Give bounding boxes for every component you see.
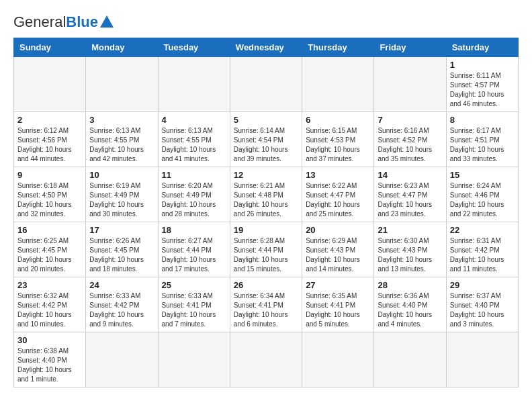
calendar-table: SundayMondayTuesdayWednesdayThursdayFrid…	[13, 38, 519, 387]
day-number: 2	[17, 115, 82, 125]
calendar-cell: 4Sunrise: 6:13 AM Sunset: 4:55 PM Daylig…	[158, 112, 230, 167]
calendar-cell	[302, 332, 374, 387]
calendar-cell	[374, 57, 446, 112]
calendar-row-4: 23Sunrise: 6:32 AM Sunset: 4:42 PM Dayli…	[14, 277, 519, 332]
calendar-row-5: 30Sunrise: 6:38 AM Sunset: 4:40 PM Dayli…	[14, 332, 519, 387]
day-info: Sunrise: 6:12 AM Sunset: 4:56 PM Dayligh…	[17, 126, 82, 164]
calendar-cell: 2Sunrise: 6:12 AM Sunset: 4:56 PM Daylig…	[14, 112, 86, 167]
day-number: 25	[162, 280, 226, 290]
calendar-cell	[302, 57, 374, 112]
calendar-cell	[14, 57, 86, 112]
calendar-cell: 22Sunrise: 6:31 AM Sunset: 4:42 PM Dayli…	[446, 222, 518, 277]
day-info: Sunrise: 6:25 AM Sunset: 4:45 PM Dayligh…	[17, 236, 82, 274]
calendar-cell: 15Sunrise: 6:24 AM Sunset: 4:46 PM Dayli…	[446, 167, 518, 222]
weekday-header-saturday: Saturday	[446, 38, 518, 57]
logo: General Blue	[13, 13, 114, 31]
day-number: 10	[89, 170, 154, 180]
day-number: 11	[162, 170, 226, 180]
day-info: Sunrise: 6:35 AM Sunset: 4:41 PM Dayligh…	[306, 291, 370, 329]
day-number: 27	[306, 280, 370, 290]
day-number: 3	[89, 115, 154, 125]
calendar-cell: 7Sunrise: 6:16 AM Sunset: 4:52 PM Daylig…	[374, 112, 446, 167]
calendar-cell: 27Sunrise: 6:35 AM Sunset: 4:41 PM Dayli…	[302, 277, 374, 332]
day-info: Sunrise: 6:19 AM Sunset: 4:49 PM Dayligh…	[89, 181, 154, 219]
day-number: 14	[378, 170, 442, 180]
day-info: Sunrise: 6:28 AM Sunset: 4:44 PM Dayligh…	[234, 236, 298, 274]
calendar-cell	[86, 332, 158, 387]
page-header: General Blue	[13, 13, 519, 31]
day-info: Sunrise: 6:24 AM Sunset: 4:46 PM Dayligh…	[450, 181, 515, 219]
day-number: 21	[378, 225, 442, 235]
day-info: Sunrise: 6:11 AM Sunset: 4:57 PM Dayligh…	[450, 71, 515, 109]
day-number: 1	[450, 60, 515, 70]
day-number: 16	[17, 225, 82, 235]
day-number: 13	[306, 170, 370, 180]
day-info: Sunrise: 6:18 AM Sunset: 4:50 PM Dayligh…	[17, 181, 82, 219]
day-info: Sunrise: 6:38 AM Sunset: 4:40 PM Dayligh…	[17, 347, 82, 384]
day-info: Sunrise: 6:29 AM Sunset: 4:43 PM Dayligh…	[306, 236, 370, 274]
calendar-cell: 24Sunrise: 6:33 AM Sunset: 4:42 PM Dayli…	[86, 277, 158, 332]
day-info: Sunrise: 6:22 AM Sunset: 4:47 PM Dayligh…	[306, 181, 370, 219]
day-number: 23	[17, 280, 82, 290]
day-number: 22	[450, 225, 515, 235]
day-info: Sunrise: 6:27 AM Sunset: 4:44 PM Dayligh…	[162, 236, 226, 274]
calendar-cell	[158, 57, 230, 112]
calendar-cell: 16Sunrise: 6:25 AM Sunset: 4:45 PM Dayli…	[14, 222, 86, 277]
calendar-cell: 9Sunrise: 6:18 AM Sunset: 4:50 PM Daylig…	[14, 167, 86, 222]
calendar-cell: 1Sunrise: 6:11 AM Sunset: 4:57 PM Daylig…	[446, 57, 518, 112]
calendar-cell: 8Sunrise: 6:17 AM Sunset: 4:51 PM Daylig…	[446, 112, 518, 167]
logo-blue-text: Blue	[66, 13, 98, 31]
day-number: 8	[450, 115, 515, 125]
day-info: Sunrise: 6:23 AM Sunset: 4:47 PM Dayligh…	[378, 181, 442, 219]
day-number: 12	[234, 170, 298, 180]
day-number: 20	[306, 225, 370, 235]
day-number: 26	[234, 280, 298, 290]
weekday-header-sunday: Sunday	[14, 38, 86, 57]
day-info: Sunrise: 6:33 AM Sunset: 4:42 PM Dayligh…	[89, 291, 154, 329]
weekday-header-tuesday: Tuesday	[158, 38, 230, 57]
weekday-header-wednesday: Wednesday	[230, 38, 302, 57]
day-info: Sunrise: 6:31 AM Sunset: 4:42 PM Dayligh…	[450, 236, 515, 274]
calendar-cell	[446, 332, 518, 387]
day-number: 5	[234, 115, 298, 125]
day-number: 24	[89, 280, 154, 290]
calendar-row-0: 1Sunrise: 6:11 AM Sunset: 4:57 PM Daylig…	[14, 57, 519, 112]
day-info: Sunrise: 6:30 AM Sunset: 4:43 PM Dayligh…	[378, 236, 442, 274]
calendar-cell: 26Sunrise: 6:34 AM Sunset: 4:41 PM Dayli…	[230, 277, 302, 332]
calendar-cell: 13Sunrise: 6:22 AM Sunset: 4:47 PM Dayli…	[302, 167, 374, 222]
calendar-cell: 23Sunrise: 6:32 AM Sunset: 4:42 PM Dayli…	[14, 277, 86, 332]
day-info: Sunrise: 6:34 AM Sunset: 4:41 PM Dayligh…	[234, 291, 298, 329]
calendar-cell: 6Sunrise: 6:15 AM Sunset: 4:53 PM Daylig…	[302, 112, 374, 167]
calendar-row-2: 9Sunrise: 6:18 AM Sunset: 4:50 PM Daylig…	[14, 167, 519, 222]
day-number: 28	[378, 280, 442, 290]
logo-triangle-icon	[100, 15, 114, 28]
calendar-cell: 20Sunrise: 6:29 AM Sunset: 4:43 PM Dayli…	[302, 222, 374, 277]
day-number: 29	[450, 280, 515, 290]
calendar-cell: 10Sunrise: 6:19 AM Sunset: 4:49 PM Dayli…	[86, 167, 158, 222]
logo-general-text: General	[13, 13, 66, 31]
day-info: Sunrise: 6:33 AM Sunset: 4:41 PM Dayligh…	[162, 291, 226, 329]
day-info: Sunrise: 6:15 AM Sunset: 4:53 PM Dayligh…	[306, 126, 370, 164]
calendar-row-3: 16Sunrise: 6:25 AM Sunset: 4:45 PM Dayli…	[14, 222, 519, 277]
weekday-header-friday: Friday	[374, 38, 446, 57]
calendar-cell	[230, 332, 302, 387]
day-number: 18	[162, 225, 226, 235]
calendar-cell: 21Sunrise: 6:30 AM Sunset: 4:43 PM Dayli…	[374, 222, 446, 277]
calendar-row-1: 2Sunrise: 6:12 AM Sunset: 4:56 PM Daylig…	[14, 112, 519, 167]
day-number: 19	[234, 225, 298, 235]
weekday-header-thursday: Thursday	[302, 38, 374, 57]
calendar-cell: 17Sunrise: 6:26 AM Sunset: 4:45 PM Dayli…	[86, 222, 158, 277]
calendar-cell	[158, 332, 230, 387]
day-number: 4	[162, 115, 226, 125]
day-info: Sunrise: 6:17 AM Sunset: 4:51 PM Dayligh…	[450, 126, 515, 164]
calendar-cell	[374, 332, 446, 387]
day-info: Sunrise: 6:37 AM Sunset: 4:40 PM Dayligh…	[450, 291, 515, 329]
calendar-cell: 28Sunrise: 6:36 AM Sunset: 4:40 PM Dayli…	[374, 277, 446, 332]
day-number: 7	[378, 115, 442, 125]
day-number: 15	[450, 170, 515, 180]
day-info: Sunrise: 6:21 AM Sunset: 4:48 PM Dayligh…	[234, 181, 298, 219]
calendar-cell: 18Sunrise: 6:27 AM Sunset: 4:44 PM Dayli…	[158, 222, 230, 277]
day-info: Sunrise: 6:32 AM Sunset: 4:42 PM Dayligh…	[17, 291, 82, 329]
day-info: Sunrise: 6:36 AM Sunset: 4:40 PM Dayligh…	[378, 291, 442, 329]
calendar-cell: 14Sunrise: 6:23 AM Sunset: 4:47 PM Dayli…	[374, 167, 446, 222]
